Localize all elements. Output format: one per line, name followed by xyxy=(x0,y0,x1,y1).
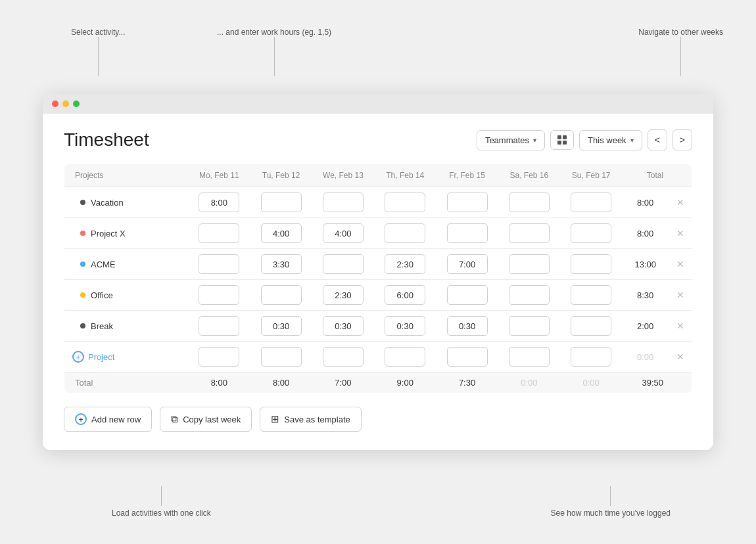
totals-row: Total8:008:007:009:007:300:000:0039:50 xyxy=(64,373,692,394)
add-project-label: Project xyxy=(88,352,114,362)
new-row-input-d2[interactable] xyxy=(323,347,364,367)
time-input-r0-d3[interactable] xyxy=(385,193,425,212)
time-input-r4-d3[interactable] xyxy=(385,316,425,336)
time-input-r2-d3[interactable] xyxy=(385,254,425,274)
col-total-3: 9:00 xyxy=(374,373,436,394)
project-cell-1: Project X xyxy=(72,229,180,238)
page-title: Timesheet xyxy=(64,129,149,150)
new-row-input-d5[interactable] xyxy=(509,347,550,367)
next-week-button[interactable]: > xyxy=(673,129,692,150)
time-input-r1-d0[interactable] xyxy=(199,223,239,243)
copy-last-week-button[interactable]: ⧉ Copy last week xyxy=(160,407,252,432)
time-input-r4-d0[interactable] xyxy=(199,316,239,336)
project-name-3: Office xyxy=(91,290,113,300)
time-input-r3-d0[interactable] xyxy=(199,285,239,305)
time-input-r4-d1[interactable] xyxy=(261,316,302,336)
time-input-r3-d6[interactable] xyxy=(571,285,611,305)
time-input-r1-d1[interactable] xyxy=(261,223,302,243)
time-input-r3-d5[interactable] xyxy=(509,285,550,305)
annotation-line-4 xyxy=(161,486,162,506)
save-as-template-button[interactable]: ⊞ Save as template xyxy=(260,407,361,432)
project-name-4: Break xyxy=(91,321,113,331)
remove-row-1[interactable]: ✕ xyxy=(674,226,687,240)
header-controls: Teammates ▾ This week ▾ < xyxy=(477,129,692,150)
browser-chrome xyxy=(43,94,713,114)
time-input-r1-d2[interactable] xyxy=(323,223,364,243)
time-input-r0-d2[interactable] xyxy=(323,193,364,212)
project-cell-4: Break xyxy=(72,321,180,331)
time-input-r4-d5[interactable] xyxy=(509,316,550,336)
col-header-total: Total xyxy=(622,164,669,187)
remove-row-2[interactable]: ✕ xyxy=(674,257,687,271)
time-input-r2-d0[interactable] xyxy=(199,254,239,274)
project-dot-1 xyxy=(80,231,85,236)
remove-row-4[interactable]: ✕ xyxy=(674,319,687,333)
new-row-input-d1[interactable] xyxy=(261,347,302,367)
copy-last-week-label: Copy last week xyxy=(183,415,241,424)
col-header-wed: We, Feb 13 xyxy=(312,164,374,187)
add-row-icon: + xyxy=(75,413,87,425)
remove-row-3[interactable]: ✕ xyxy=(674,288,687,302)
browser-dot-green xyxy=(73,101,80,107)
annotation-line-2 xyxy=(274,37,275,76)
row-total-2: 13:00 xyxy=(622,249,669,280)
new-row-input-d4[interactable] xyxy=(447,347,488,367)
remove-row-0[interactable]: ✕ xyxy=(674,195,687,210)
project-dot-4 xyxy=(80,323,85,329)
annotation-time-logged: See how much time you've logged xyxy=(551,509,671,518)
col-total-1: 8:00 xyxy=(250,373,312,394)
project-dot-2 xyxy=(80,261,85,267)
time-input-r2-d4[interactable] xyxy=(447,254,488,274)
grid-view-button[interactable] xyxy=(550,130,574,150)
time-input-r3-d4[interactable] xyxy=(447,285,488,305)
time-input-r1-d6[interactable] xyxy=(571,223,611,243)
new-row-input-d6[interactable] xyxy=(571,347,611,367)
totals-remove-spacer xyxy=(669,373,692,394)
add-project-button[interactable]: + Project xyxy=(72,351,114,363)
time-input-r0-d4[interactable] xyxy=(447,193,488,212)
prev-week-button[interactable]: < xyxy=(648,129,667,150)
time-input-r1-d4[interactable] xyxy=(447,223,488,243)
time-input-r2-d1[interactable] xyxy=(261,254,302,274)
new-row-input-d0[interactable] xyxy=(199,347,239,367)
time-input-r3-d3[interactable] xyxy=(385,285,425,305)
next-icon: > xyxy=(680,135,685,145)
col-header-sun: Su, Feb 17 xyxy=(560,164,622,187)
time-input-r1-d3[interactable] xyxy=(385,223,425,243)
col-header-sat: Sa, Feb 16 xyxy=(498,164,560,187)
add-new-row-button[interactable]: + Add new row xyxy=(64,407,152,432)
teammates-button[interactable]: Teammates ▾ xyxy=(477,130,545,150)
totals-label: Total xyxy=(64,373,189,394)
time-input-r4-d4[interactable] xyxy=(447,316,488,336)
col-header-fri: Fr, Feb 15 xyxy=(436,164,498,187)
new-row-input-d3[interactable] xyxy=(385,347,425,367)
project-cell-0: Vacation xyxy=(72,198,180,208)
time-input-r3-d1[interactable] xyxy=(261,285,302,305)
time-input-r2-d6[interactable] xyxy=(571,254,611,274)
table-row: Break 2:00✕ xyxy=(64,311,692,342)
add-row-label: Add new row xyxy=(91,415,141,424)
time-input-r4-d2[interactable] xyxy=(323,316,364,336)
time-input-r0-d6[interactable] xyxy=(571,193,611,212)
time-input-r2-d2[interactable] xyxy=(323,254,364,274)
browser-dot-red xyxy=(52,101,59,107)
annotation-bottom-right-container: See how much time you've logged xyxy=(551,486,671,518)
time-input-r0-d0[interactable] xyxy=(199,193,239,212)
time-input-r2-d5[interactable] xyxy=(509,254,550,274)
time-input-r0-d5[interactable] xyxy=(509,193,550,212)
save-template-label: Save as template xyxy=(284,415,350,424)
annotation-line-3 xyxy=(680,37,681,76)
time-input-r0-d1[interactable] xyxy=(261,193,302,212)
remove-new-row[interactable]: ✕ xyxy=(674,350,687,364)
time-input-r3-d2[interactable] xyxy=(323,285,364,305)
time-input-r4-d6[interactable] xyxy=(571,316,611,336)
col-header-tue: Tu, Feb 12 xyxy=(250,164,312,187)
project-cell-2: ACME xyxy=(72,260,180,269)
table-header-row: Projects Mo, Feb 11 Tu, Feb 12 We, Feb 1… xyxy=(64,164,692,187)
table-row: ACME 13:00✕ xyxy=(64,249,692,280)
add-project-row: + Project 0:00✕ xyxy=(64,342,692,373)
this-week-button[interactable]: This week ▾ xyxy=(579,130,642,150)
app-header: Timesheet Teammates ▾ This week ▾ xyxy=(64,129,692,150)
col-total-2: 7:00 xyxy=(312,373,374,394)
time-input-r1-d5[interactable] xyxy=(509,223,550,243)
